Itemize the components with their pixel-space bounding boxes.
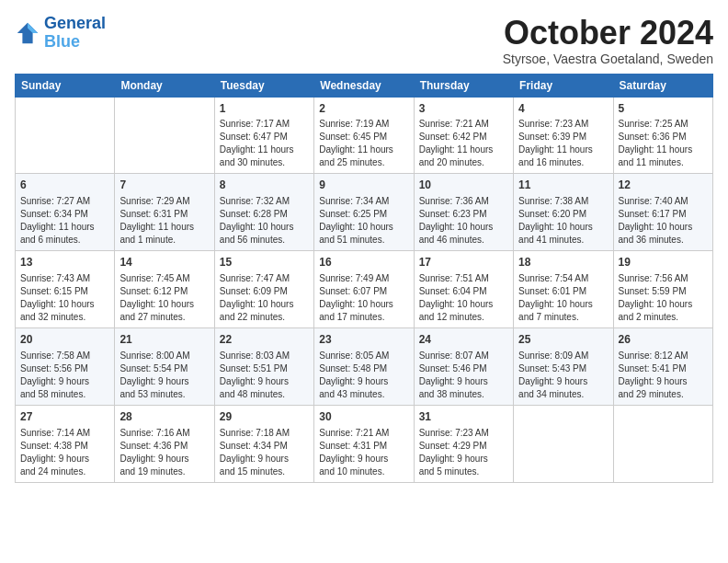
calendar-table: SundayMondayTuesdayWednesdayThursdayFrid…: [15, 74, 713, 483]
day-info: Sunrise: 7:51 AM Sunset: 6:04 PM Dayligh…: [419, 272, 508, 324]
calendar-cell: 4Sunrise: 7:23 AM Sunset: 6:39 PM Daylig…: [514, 97, 613, 174]
day-number: 18: [518, 255, 608, 270]
day-info: Sunrise: 7:25 AM Sunset: 6:36 PM Dayligh…: [619, 118, 708, 169]
day-info: Sunrise: 7:23 AM Sunset: 6:39 PM Dayligh…: [518, 118, 608, 169]
calendar-cell: 31Sunrise: 7:23 AM Sunset: 4:29 PM Dayli…: [414, 405, 513, 482]
calendar-cell: 24Sunrise: 8:07 AM Sunset: 5:46 PM Dayli…: [414, 327, 513, 405]
calendar-cell: 2Sunrise: 7:19 AM Sunset: 6:45 PM Daylig…: [314, 97, 414, 174]
day-info: Sunrise: 8:05 AM Sunset: 5:48 PM Dayligh…: [319, 350, 408, 401]
day-info: Sunrise: 7:49 AM Sunset: 6:07 PM Dayligh…: [319, 272, 408, 324]
calendar-cell: 29Sunrise: 7:18 AM Sunset: 4:34 PM Dayli…: [214, 405, 313, 482]
day-number: 29: [220, 409, 309, 425]
calendar-cell: [115, 97, 214, 174]
day-number: 10: [419, 178, 508, 193]
page-header: General Blue October 2024 Styrsoe, Vaest…: [15, 15, 713, 66]
day-of-week-header: Thursday: [414, 74, 513, 97]
day-number: 1: [220, 101, 309, 117]
day-info: Sunrise: 7:27 AM Sunset: 6:34 PM Dayligh…: [20, 195, 109, 247]
day-info: Sunrise: 7:16 AM Sunset: 4:36 PM Dayligh…: [119, 427, 209, 478]
calendar-cell: 30Sunrise: 7:21 AM Sunset: 4:31 PM Dayli…: [314, 405, 414, 482]
day-info: Sunrise: 7:19 AM Sunset: 6:45 PM Dayligh…: [319, 118, 408, 169]
logo-icon: [15, 20, 40, 46]
calendar-cell: 1Sunrise: 7:17 AM Sunset: 6:47 PM Daylig…: [214, 97, 313, 174]
month-title: October 2024: [503, 15, 713, 52]
day-number: 30: [319, 409, 408, 425]
calendar-cell: 17Sunrise: 7:51 AM Sunset: 6:04 PM Dayli…: [414, 251, 513, 328]
title-block: October 2024 Styrsoe, Vaestra Goetaland,…: [503, 15, 713, 66]
day-number: 31: [419, 409, 508, 425]
calendar-cell: 26Sunrise: 8:12 AM Sunset: 5:41 PM Dayli…: [613, 327, 712, 405]
day-info: Sunrise: 7:29 AM Sunset: 6:31 PM Dayligh…: [119, 195, 209, 247]
day-number: 4: [518, 101, 608, 117]
day-number: 22: [220, 332, 309, 348]
calendar-cell: 18Sunrise: 7:54 AM Sunset: 6:01 PM Dayli…: [514, 251, 613, 328]
calendar-cell: 11Sunrise: 7:38 AM Sunset: 6:20 PM Dayli…: [514, 174, 613, 251]
calendar-cell: 20Sunrise: 7:58 AM Sunset: 5:56 PM Dayli…: [16, 327, 115, 405]
calendar-cell: 16Sunrise: 7:49 AM Sunset: 6:07 PM Dayli…: [314, 251, 414, 328]
day-number: 24: [419, 332, 508, 348]
day-info: Sunrise: 7:17 AM Sunset: 6:47 PM Dayligh…: [220, 118, 309, 169]
day-info: Sunrise: 7:56 AM Sunset: 5:59 PM Dayligh…: [619, 272, 708, 324]
calendar-cell: 27Sunrise: 7:14 AM Sunset: 4:38 PM Dayli…: [16, 405, 115, 482]
day-number: 19: [619, 255, 708, 270]
day-info: Sunrise: 8:07 AM Sunset: 5:46 PM Dayligh…: [419, 350, 508, 401]
day-of-week-header: Friday: [514, 74, 613, 97]
calendar-cell: 7Sunrise: 7:29 AM Sunset: 6:31 PM Daylig…: [115, 174, 214, 251]
day-info: Sunrise: 7:47 AM Sunset: 6:09 PM Dayligh…: [220, 272, 309, 324]
day-number: 9: [319, 178, 408, 193]
day-info: Sunrise: 7:45 AM Sunset: 6:12 PM Dayligh…: [119, 272, 209, 324]
logo: General Blue: [15, 15, 106, 52]
day-info: Sunrise: 7:21 AM Sunset: 6:42 PM Dayligh…: [419, 118, 508, 169]
day-info: Sunrise: 7:14 AM Sunset: 4:38 PM Dayligh…: [20, 427, 109, 478]
day-info: Sunrise: 8:03 AM Sunset: 5:51 PM Dayligh…: [220, 350, 309, 401]
day-info: Sunrise: 7:38 AM Sunset: 6:20 PM Dayligh…: [518, 195, 608, 247]
calendar-cell: 12Sunrise: 7:40 AM Sunset: 6:17 PM Dayli…: [613, 174, 712, 251]
day-number: 20: [20, 332, 109, 348]
day-number: 5: [619, 101, 708, 117]
day-of-week-header: Tuesday: [214, 74, 313, 97]
day-number: 8: [220, 178, 309, 193]
day-of-week-header: Wednesday: [314, 74, 414, 97]
day-info: Sunrise: 7:21 AM Sunset: 4:31 PM Dayligh…: [319, 427, 408, 478]
day-number: 3: [419, 101, 508, 117]
day-of-week-header: Monday: [115, 74, 214, 97]
calendar-header: SundayMondayTuesdayWednesdayThursdayFrid…: [16, 74, 713, 97]
day-number: 23: [319, 332, 408, 348]
location-subtitle: Styrsoe, Vaestra Goetaland, Sweden: [503, 52, 713, 66]
calendar-cell: 23Sunrise: 8:05 AM Sunset: 5:48 PM Dayli…: [314, 327, 414, 405]
day-info: Sunrise: 7:54 AM Sunset: 6:01 PM Dayligh…: [518, 272, 608, 324]
day-info: Sunrise: 7:32 AM Sunset: 6:28 PM Dayligh…: [220, 195, 309, 247]
day-number: 6: [20, 178, 109, 193]
calendar-cell: 21Sunrise: 8:00 AM Sunset: 5:54 PM Dayli…: [115, 327, 214, 405]
calendar-cell: 28Sunrise: 7:16 AM Sunset: 4:36 PM Dayli…: [115, 405, 214, 482]
calendar-cell: 25Sunrise: 8:09 AM Sunset: 5:43 PM Dayli…: [514, 327, 613, 405]
calendar-cell: 5Sunrise: 7:25 AM Sunset: 6:36 PM Daylig…: [613, 97, 712, 174]
calendar-cell: 6Sunrise: 7:27 AM Sunset: 6:34 PM Daylig…: [16, 174, 115, 251]
day-number: 26: [619, 332, 708, 348]
calendar-cell: 14Sunrise: 7:45 AM Sunset: 6:12 PM Dayli…: [115, 251, 214, 328]
day-number: 7: [119, 178, 209, 193]
day-number: 17: [419, 255, 508, 270]
day-info: Sunrise: 8:12 AM Sunset: 5:41 PM Dayligh…: [619, 350, 708, 401]
calendar-cell: 3Sunrise: 7:21 AM Sunset: 6:42 PM Daylig…: [414, 97, 513, 174]
day-number: 13: [20, 255, 109, 270]
day-info: Sunrise: 7:40 AM Sunset: 6:17 PM Dayligh…: [619, 195, 708, 247]
calendar-cell: 22Sunrise: 8:03 AM Sunset: 5:51 PM Dayli…: [214, 327, 313, 405]
calendar-cell: 10Sunrise: 7:36 AM Sunset: 6:23 PM Dayli…: [414, 174, 513, 251]
day-number: 11: [518, 178, 608, 193]
day-of-week-header: Saturday: [613, 74, 712, 97]
day-info: Sunrise: 7:36 AM Sunset: 6:23 PM Dayligh…: [419, 195, 508, 247]
day-number: 16: [319, 255, 408, 270]
day-number: 27: [20, 409, 109, 425]
day-info: Sunrise: 7:43 AM Sunset: 6:15 PM Dayligh…: [20, 272, 109, 324]
day-info: Sunrise: 7:23 AM Sunset: 4:29 PM Dayligh…: [419, 427, 508, 478]
day-info: Sunrise: 7:58 AM Sunset: 5:56 PM Dayligh…: [20, 350, 109, 401]
day-number: 21: [119, 332, 209, 348]
day-number: 14: [119, 255, 209, 270]
calendar-cell: 8Sunrise: 7:32 AM Sunset: 6:28 PM Daylig…: [214, 174, 313, 251]
day-number: 2: [319, 101, 408, 117]
calendar-cell: 15Sunrise: 7:47 AM Sunset: 6:09 PM Dayli…: [214, 251, 313, 328]
day-info: Sunrise: 8:09 AM Sunset: 5:43 PM Dayligh…: [518, 350, 608, 401]
day-of-week-header: Sunday: [16, 74, 115, 97]
calendar-cell: [514, 405, 613, 482]
